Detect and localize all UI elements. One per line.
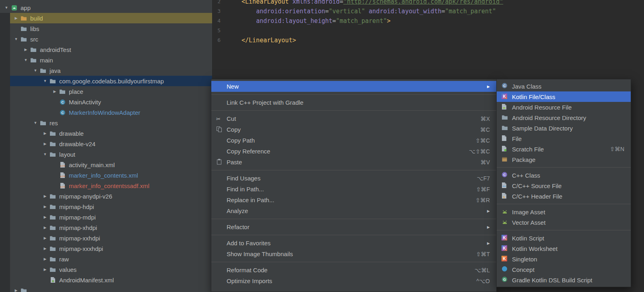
tree-item-androidtest[interactable]: ▶androidTest [0,44,212,55]
svg-text:K: K [503,246,506,250]
chevron-down-icon[interactable]: ▼ [12,37,20,41]
chevron-right-icon[interactable]: ▶ [12,288,20,292]
tree-item-mipmap-anydpi-v26[interactable]: ▶mipmap-anydpi-v26 [0,191,212,201]
tree-item-markerinfowindowadapter[interactable]: CMarkerInfoWindowAdapter [0,107,212,118]
chevron-down-icon[interactable]: ▼ [2,6,10,10]
copy-icon [216,126,222,133]
tree-item-mipmap-hdpi[interactable]: ▶mipmap-hdpi [0,201,212,212]
tree-item-partial[interactable]: ▶ [0,285,212,292]
kotlin-icon: K [502,93,507,100]
menu-item-find-in-path[interactable]: Find in Path...⇧⌘F [211,184,496,195]
menu-item-shortcut: ⌘V [481,159,490,166]
tree-item-res[interactable]: ▼res [0,118,212,128]
tree-item-src[interactable]: ▼src [0,34,212,44]
chevron-right-icon[interactable]: ▶ [41,215,49,219]
tree-item-drawable[interactable]: ▶drawable [0,128,212,139]
chevron-right-icon[interactable]: ▶ [41,267,49,271]
tree-item-app[interactable]: ▼app [0,2,212,13]
tree-item-java[interactable]: ▼java [0,65,212,76]
menu-item-reformat-code[interactable]: Reformat Code⌥⌘L [211,265,496,275]
folder-icon [39,120,47,126]
chevron-down-icon[interactable]: ▼ [41,79,49,83]
menu-item-kotlin-script[interactable]: KKotlin Script [497,233,631,243]
chevron-right-icon[interactable]: ▶ [41,205,49,209]
new-submenu: CJava ClassKKotlin File/ClassAndroid Res… [496,79,631,287]
menu-item-show-image-thumbnails[interactable]: Show Image Thumbnails⇧⌘T [211,249,496,259]
chevron-down-icon[interactable]: ▼ [31,121,39,125]
menu-item-c-class[interactable]: CC++ Class [497,170,631,180]
menu-item-label: Analyze [227,207,248,214]
menu-item-concept[interactable]: Concept [497,264,631,275]
menu-item-c-c-source-file[interactable]: ++C/C++ Source File [497,180,631,191]
menu-item-copy[interactable]: Copy⌘C [211,124,496,135]
menu-item-optimize-imports[interactable]: Optimize Imports^⌥O [211,275,496,286]
tree-item-layout[interactable]: ▼layout [0,149,212,159]
tree-item-com-google-codelabs-buildyourfirstmap[interactable]: ▼com.google.codelabs.buildyourfirstmap [0,76,212,86]
chevron-right-icon[interactable]: ▶ [41,194,49,198]
menu-item-vector-asset[interactable]: Vector Asset [497,217,631,228]
menu-item-analyze[interactable]: Analyze▶ [211,205,496,216]
menu-item-package[interactable]: Package [497,154,631,165]
tree-item-marker-info-contents-xml[interactable]: </>marker_info_contents.xml [0,170,212,180]
menu-item-new[interactable]: New▶ [211,81,496,92]
chevron-right-icon[interactable]: ▶ [12,16,20,20]
menu-item-singleton[interactable]: KSingleton [497,254,631,264]
menu-item-file[interactable]: File [497,133,631,144]
menu-item-sample-data-directory[interactable]: Sample Data Directory [497,123,631,133]
menu-item-copy-reference[interactable]: Copy Reference⌥⇧⌘C [211,146,496,157]
chevron-right-icon[interactable]: ▶ [41,257,49,261]
menu-item-icon-slot [502,114,512,121]
svg-text:C: C [503,84,506,88]
menu-item-c-c-header-file[interactable]: hC/C++ Header File [497,191,631,201]
kotlin-icon: K [502,245,507,252]
tree-item-values[interactable]: ▶values [0,264,212,275]
tree-item-place[interactable]: ▶place [0,86,212,97]
tree-item-build[interactable]: ▶build [0,13,212,23]
menu-item-android-resource-directory[interactable]: Android Resource Directory [497,112,631,123]
tree-item-label: androidTest [40,46,71,53]
tree-item-activity-main-xml[interactable]: </>activity_main.xml [0,159,212,170]
menu-item-refactor[interactable]: Refactor▶ [211,222,496,232]
menu-item-add-to-favorites[interactable]: Add to Favorites▶ [211,238,496,249]
chevron-right-icon[interactable]: ▶ [41,246,49,251]
menu-item-find-usages[interactable]: Find Usages⌥F7 [211,173,496,184]
tree-item-mipmap-mdpi[interactable]: ▶mipmap-mdpi [0,212,212,222]
menu-item-gradle-kotlin-dsl-build-script[interactable]: GGradle Kotlin DSL Build Script [497,275,631,285]
chevron-down-icon[interactable]: ▼ [31,68,39,72]
tree-item-main[interactable]: ▼main [0,55,212,65]
tree-item-mipmap-xhdpi[interactable]: ▶mipmap-xhdpi [0,222,212,233]
menu-item-kotlin-file-class[interactable]: KKotlin File/Class [497,91,631,102]
tree-item-mipmap-xxxhdpi[interactable]: ▶mipmap-xxxhdpi [0,243,212,254]
chevron-right-icon[interactable]: ▶ [41,142,49,146]
menu-item-replace-in-path[interactable]: Replace in Path...⇧⌘R [211,195,496,205]
menu-item-cut[interactable]: ✂Cut⌘X [211,113,496,124]
tree-item-raw[interactable]: ▶raw [0,254,212,264]
menu-item-scratch-file[interactable]: Scratch File⇧⌘N [497,144,631,154]
tree-item-mipmap-xxhdpi[interactable]: ▶mipmap-xxhdpi [0,233,212,243]
menu-item-java-class[interactable]: CJava Class [497,81,631,91]
menu-item-android-resource-file[interactable]: Android Resource File [497,102,631,112]
chevron-right-icon[interactable]: ▶ [41,131,49,135]
menu-item-image-asset[interactable]: Image Asset [497,207,631,217]
folder-icon [49,193,56,199]
menu-item-shortcut: ^⌥O [476,278,490,284]
menu-item-icon-slot: ✂ [216,115,227,122]
tree-item-drawable-v24[interactable]: ▶drawable-v24 [0,139,212,149]
tree-item-marker-info-contentssadf-xml[interactable]: </>marker_info_contentssadf.xml [0,180,212,191]
chevron-right-icon[interactable]: ▶ [51,89,59,93]
tree-item-androidmanifest-xml[interactable]: AndroidManifest.xml [0,275,212,285]
chevron-down-icon[interactable]: ▼ [41,152,49,156]
menu-item-kotlin-worksheet[interactable]: KKotlin Worksheet [497,243,631,254]
tree-item-mainactivity[interactable]: CMainActivity [0,97,212,107]
chevron-right-icon[interactable]: ▶ [41,236,49,240]
chevron-down-icon[interactable]: ▼ [22,58,30,62]
tree-item-label: drawable-v24 [59,141,95,147]
chevron-right-icon[interactable]: ▶ [41,226,49,230]
menu-item-copy-path[interactable]: Copy Path⇧⌘C [211,135,496,146]
chevron-right-icon[interactable]: ▶ [22,48,30,52]
menu-item-link-c-project-with-gradle[interactable]: Link C++ Project with Gradle [211,97,496,108]
menu-item-label: Singleton [512,256,537,263]
tree-item-libs[interactable]: libs [0,23,212,34]
menu-item-paste[interactable]: Paste⌘V [211,157,496,168]
project-tree[interactable]: ▼app▶buildlibs▼src▶androidTest▼main▼java… [0,0,212,292]
